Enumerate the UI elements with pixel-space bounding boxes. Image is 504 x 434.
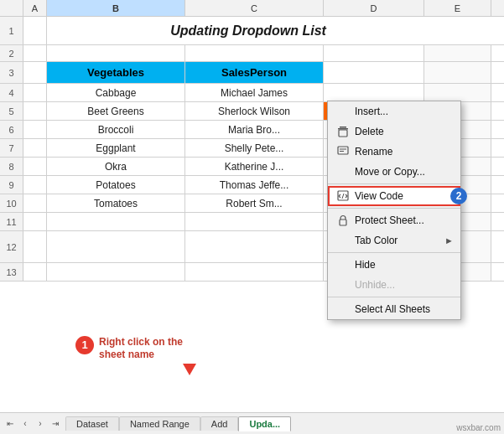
menu-item-insert[interactable]: Insert... — [328, 101, 460, 121]
svg-rect-3 — [338, 147, 348, 154]
menu-rename-label: Rename — [355, 146, 392, 158]
col-d-header: D — [324, 0, 424, 16]
watermark: wsxbar.com — [453, 421, 504, 434]
tab-named-range[interactable]: Named Range — [119, 416, 200, 431]
row-8-num: 8 — [0, 158, 23, 175]
menu-insert-label: Insert... — [355, 106, 388, 117]
person-robert: Robert Sm... — [185, 194, 324, 212]
row-10-num: 10 — [0, 194, 23, 212]
spreadsheet-title: Updating Dropdown List — [170, 23, 326, 39]
row-12-num: 12 — [0, 231, 23, 262]
tab-nav-first[interactable]: ⇤ — [3, 417, 17, 431]
menu-item-movecopy[interactable]: Move or Copy... — [328, 162, 460, 182]
menu-item-protect[interactable]: Protect Sheet... — [328, 210, 460, 230]
person-maria: Maria Bro... — [185, 121, 324, 138]
veg-tomatoes: Tomatoes — [47, 194, 185, 212]
menu-selectall-label: Select All Sheets — [355, 303, 430, 315]
row-1: 1 Updating Dropdown List — [0, 17, 504, 45]
veg-broccoli: Broccoli — [47, 121, 185, 138]
delete-icon — [336, 125, 350, 138]
row-11-num: 11 — [0, 213, 23, 230]
row-13-num: 13 — [0, 263, 23, 281]
person-michael: Michael James — [185, 84, 324, 101]
annotation-arrow — [183, 364, 196, 375]
veg-beet: Beet Greens — [47, 102, 185, 120]
row-7-num: 7 — [0, 139, 23, 157]
row-5-num: 5 — [0, 102, 23, 120]
annotation-text: Right click on the sheet name — [99, 336, 208, 362]
row-2-num: 2 — [0, 45, 23, 61]
person-katherine: Katherine J... — [185, 158, 324, 175]
insert-icon — [336, 105, 350, 118]
veg-okra: Okra — [47, 158, 185, 175]
row-6-num: 6 — [0, 121, 23, 138]
menu-item-delete[interactable]: Delete — [328, 121, 460, 142]
menu-delete-label: Delete — [355, 126, 384, 137]
veg-potatoes: Potatoes — [47, 176, 185, 194]
menu-item-selectall[interactable]: Select All Sheets — [328, 299, 460, 319]
row-4-num: 4 — [0, 84, 23, 101]
context-menu: Insert... Delete Rename Move or Copy... … — [327, 101, 461, 320]
movecopy-icon — [336, 165, 350, 178]
menu-item-viewcode[interactable]: View Code 2 — [328, 186, 460, 206]
veg-cabbage: Cabbage — [47, 84, 185, 101]
col-a-header: A — [23, 0, 47, 16]
protect-icon — [336, 214, 350, 227]
col-c-header: C — [185, 0, 324, 16]
tabs-bar: ⇤ ‹ › ⇥ Dataset Named Range Add Upda... … — [0, 412, 504, 434]
svg-rect-8 — [340, 220, 346, 225]
col-e-header: E — [424, 0, 491, 16]
svg-rect-1 — [340, 127, 346, 128]
salesperson-header: SalesPerson — [185, 62, 324, 83]
tab-nav-prev[interactable]: ‹ — [18, 417, 32, 431]
row-3-header: 3 Vegetables SalesPerson — [0, 62, 504, 84]
menu-viewcode-label: View Code — [355, 190, 403, 202]
menu-movecopy-label: Move or Copy... — [355, 166, 425, 178]
menu-item-hide[interactable]: Hide — [328, 255, 460, 275]
rename-icon — [336, 145, 350, 158]
menu-protect-label: Protect Sheet... — [355, 214, 424, 226]
tab-update[interactable]: Upda... — [238, 416, 291, 431]
tab-nav-last[interactable]: ⇥ — [49, 417, 62, 431]
menu-item-unhide: Unhide... — [328, 275, 460, 295]
tabcolor-arrow: ► — [444, 235, 454, 245]
row-3-num: 3 — [0, 62, 23, 83]
menu-hide-label: Hide — [355, 259, 376, 271]
tab-add[interactable]: Add — [200, 416, 239, 431]
unhide-icon — [336, 278, 350, 292]
tab-dataset[interactable]: Dataset — [65, 416, 119, 431]
menu-unhide-label: Unhide... — [355, 279, 395, 291]
person-thomas: Thomas Jeffe... — [185, 176, 324, 194]
row-num-header — [0, 0, 23, 16]
svg-line-7 — [342, 194, 344, 199]
badge-2: 2 — [450, 188, 467, 204]
spreadsheet: A B C D E 1 Updating Dropdown List 2 3 — [0, 0, 504, 411]
annotation-badge: 1 — [75, 336, 94, 354]
vegetables-header: Vegetables — [47, 62, 185, 83]
menu-item-rename[interactable]: Rename — [328, 142, 460, 162]
person-sherlock: Sherlock Wilson — [185, 102, 324, 120]
menu-item-tabcolor[interactable]: Tab Color ► — [328, 230, 460, 251]
svg-rect-2 — [339, 130, 347, 137]
menu-tabcolor-label: Tab Color — [355, 235, 397, 246]
title-cell: Updating Dropdown List — [47, 17, 449, 44]
col-header-row: A B C D E — [0, 0, 504, 17]
person-shelly: Shelly Pete... — [185, 139, 324, 157]
veg-eggplant: Eggplant — [47, 139, 185, 157]
col-b-header: B — [47, 0, 185, 16]
tabcolor-icon — [336, 234, 350, 247]
annotation: 1 Right click on the sheet name — [75, 336, 208, 362]
viewcode-icon — [336, 189, 350, 203]
row-2: 2 — [0, 45, 504, 62]
row-9-num: 9 — [0, 176, 23, 194]
row-1-a — [23, 17, 47, 44]
tab-nav-next[interactable]: › — [34, 417, 47, 431]
selectall-icon — [336, 302, 350, 316]
svg-rect-0 — [338, 128, 348, 130]
row-1-num: 1 — [0, 17, 23, 44]
row-4: 4 Cabbage Michael James — [0, 84, 504, 102]
tab-nav: ⇤ ‹ › ⇥ — [3, 417, 62, 431]
hide-icon — [336, 258, 350, 271]
